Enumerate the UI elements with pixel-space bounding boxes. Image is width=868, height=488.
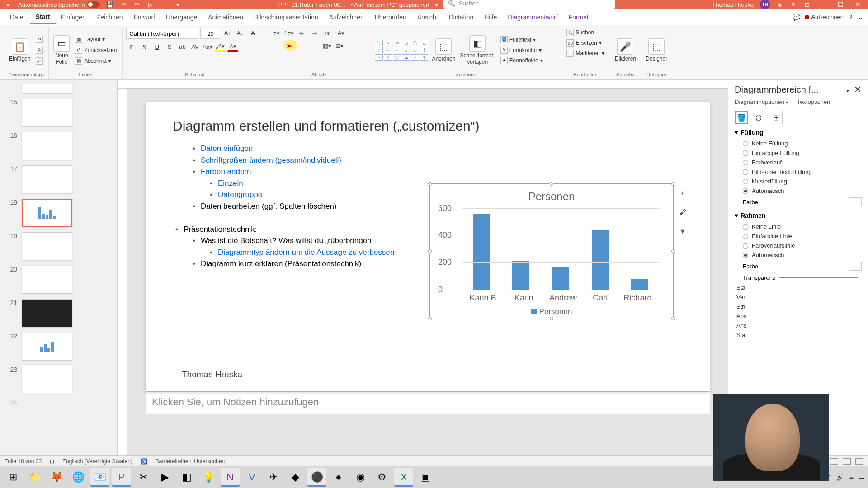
reading-view-icon[interactable]: [843, 458, 851, 465]
fill-gradient-radio[interactable]: Farbverlauf: [735, 158, 862, 167]
chart-legend[interactable]: Personen: [430, 307, 673, 316]
telegram-icon[interactable]: ✈: [264, 468, 283, 487]
more-shapes-icon[interactable]: ▾: [420, 54, 428, 61]
explorer-icon[interactable]: 📁: [25, 468, 44, 487]
app-icon-3[interactable]: ◆: [286, 468, 305, 487]
bar-karin-b[interactable]: [473, 214, 490, 290]
tab-einfuegen[interactable]: Einfügen: [56, 11, 91, 23]
thumbnail-22[interactable]: 22: [0, 330, 117, 363]
chart-options-tab[interactable]: Diagrammoptionen: [735, 99, 788, 105]
decrease-indent-button[interactable]: ⇤: [296, 28, 307, 38]
chart-handle-sw[interactable]: [428, 317, 432, 320]
transparency-row[interactable]: Transparenz: [735, 272, 862, 283]
tab-zeichnen[interactable]: Zeichnen: [91, 11, 128, 23]
excel-icon[interactable]: X: [394, 468, 413, 487]
conn-shape-icon[interactable]: ⌐: [375, 54, 383, 61]
line-spacing-button[interactable]: ↕▾: [321, 28, 332, 38]
slideshow-view-icon[interactable]: [855, 458, 863, 465]
thumb-14-partial[interactable]: [0, 81, 117, 96]
size-props-tab-icon[interactable]: ⊞: [769, 111, 783, 124]
cut-button[interactable]: ✂: [34, 35, 45, 44]
chart-plus-button[interactable]: +: [676, 187, 689, 200]
chart-handle-nw[interactable]: [428, 182, 432, 186]
bar-richard[interactable]: [631, 279, 648, 290]
quickstyles-button[interactable]: ◧ Schnellformat- vorlagen: [459, 34, 495, 66]
curve-shape-icon[interactable]: ∿: [384, 54, 392, 61]
chart-filter-button[interactable]: ▼: [676, 225, 689, 238]
tab-ansicht[interactable]: Ansicht: [412, 11, 443, 23]
select-button[interactable]: ⬚Markieren ▾: [565, 49, 606, 58]
line-shape-icon[interactable]: ＼: [375, 40, 383, 46]
border-auto-radio[interactable]: Automatisch: [735, 250, 862, 260]
accessibility-icon[interactable]: ♿: [141, 458, 147, 465]
reset-button[interactable]: ↺Zurücksetzen: [73, 46, 118, 55]
align-left-button[interactable]: ≡: [271, 41, 282, 51]
tab-dictation[interactable]: Dictation: [443, 11, 479, 23]
tri-shape-icon[interactable]: △: [420, 40, 428, 46]
clear-format-icon[interactable]: A̶: [247, 28, 258, 38]
window-maximize-icon[interactable]: ☐: [835, 1, 846, 8]
poly-shape-icon[interactable]: ⬠: [393, 54, 401, 61]
tab-diagrammentwurf[interactable]: Diagrammentwurf: [502, 11, 563, 23]
star-shape-icon[interactable]: ☆: [402, 47, 410, 53]
brace-shape-icon[interactable]: {: [420, 47, 428, 53]
chart-handle-se[interactable]: [671, 317, 675, 320]
fill-color-row[interactable]: Farbe: [735, 196, 862, 208]
underline-button[interactable]: U: [151, 42, 162, 52]
autosave-toggle[interactable]: Automatisches Speichern: [18, 1, 100, 8]
thumbnail-24[interactable]: 24: [0, 397, 117, 409]
user-avatar[interactable]: TH: [760, 0, 770, 9]
fill-section-header[interactable]: ▾Füllung: [735, 129, 862, 136]
shape-outline-button[interactable]: ✎Formkontur ▾: [499, 46, 545, 55]
font-color-button[interactable]: A▾: [227, 42, 238, 52]
fill-picture-radio[interactable]: Bild- oder Texturfüllung: [735, 167, 862, 177]
fill-none-radio[interactable]: Keine Füllung: [735, 139, 862, 148]
thumbnail-21[interactable]: 21: [0, 296, 117, 330]
window-minimize-icon[interactable]: —: [817, 1, 829, 8]
layout-button[interactable]: ▦Layout ▾: [73, 35, 118, 44]
font-size-select[interactable]: 20: [200, 28, 220, 39]
sorter-view-icon[interactable]: [830, 458, 838, 465]
smartart-button[interactable]: ⊞▾: [334, 41, 345, 51]
border-color-swatch[interactable]: [849, 262, 862, 271]
redo-icon[interactable]: ↷: [133, 1, 141, 8]
search-box[interactable]: 🔍 Suchen: [443, 0, 615, 9]
new-slide-button[interactable]: ▭ Neue Folie: [52, 34, 71, 66]
chart-object[interactable]: + 🖌 ▼ Personen 600 400 200 0: [429, 183, 674, 319]
italic-button[interactable]: K: [139, 42, 150, 52]
decrease-font-icon[interactable]: A↓: [235, 28, 245, 38]
bar-karin[interactable]: [512, 261, 529, 290]
share-icon[interactable]: ⇪: [848, 14, 854, 21]
slide-18[interactable]: Diagramm erstellen und formatieren („cus…: [146, 102, 710, 391]
font-name-select[interactable]: Calibri (Textkörper): [126, 28, 198, 39]
save-icon[interactable]: 💾: [106, 1, 113, 8]
format-pane-close-icon[interactable]: ✕: [854, 84, 862, 94]
qa-dropdown-icon[interactable]: ▾: [174, 1, 181, 8]
designer-button[interactable]: ⬚ Designer: [645, 38, 668, 63]
pen-icon[interactable]: ✎: [790, 1, 797, 8]
numbering-button[interactable]: 1≡▾: [283, 28, 294, 38]
slide-thumbnails-panel[interactable]: 15 16 17 18 19 20 21 22 23 24: [0, 80, 118, 464]
text-direction-button[interactable]: ↑A▾: [334, 28, 345, 38]
fill-solid-radio[interactable]: Einfarbige Füllung: [735, 148, 862, 158]
shape-effects-button[interactable]: ✦Formeffekte ▾: [499, 56, 545, 65]
app-icon-4[interactable]: ●: [329, 468, 348, 487]
tri2-shape-icon[interactable]: ▽: [375, 47, 383, 53]
more-qa-icon[interactable]: ⋯: [160, 1, 168, 8]
bold-button[interactable]: F: [126, 42, 137, 52]
columns-button[interactable]: ▥▾: [321, 41, 332, 51]
firefox-icon[interactable]: 🦊: [47, 468, 66, 487]
thumbnail-18[interactable]: 18: [0, 196, 117, 230]
rect-shape-icon[interactable]: ▭: [393, 40, 401, 46]
chart-plot-area[interactable]: 600 400 200 0: [462, 208, 660, 290]
chart-title[interactable]: Personen: [430, 184, 673, 203]
thumbnail-16[interactable]: 16: [0, 129, 117, 163]
increase-font-icon[interactable]: A↑: [222, 28, 233, 38]
undo-icon[interactable]: ↶: [120, 1, 127, 8]
notes-pane[interactable]: Klicken Sie, um Notizen hinzuzufügen: [146, 391, 710, 414]
snip-icon[interactable]: ✂: [134, 468, 153, 487]
slideshow-start-icon[interactable]: ▷: [147, 1, 154, 8]
highlight-color-button[interactable]: 🖍▾: [215, 42, 226, 52]
fill-line-tab-icon[interactable]: 🪣: [735, 111, 748, 124]
fill-pattern-radio[interactable]: Musterfüllung: [735, 177, 862, 186]
